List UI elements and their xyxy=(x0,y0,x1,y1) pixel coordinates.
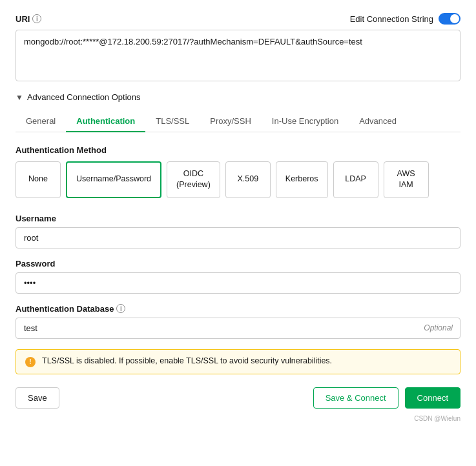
connect-button[interactable]: Connect xyxy=(405,387,460,409)
warning-icon: ! xyxy=(25,357,36,367)
auth-method-aws-iam[interactable]: AWSIAM xyxy=(384,161,429,198)
auth-method-oidc[interactable]: OIDC(Preview) xyxy=(167,161,220,198)
auth-database-input[interactable] xyxy=(16,318,460,339)
uri-label: URI i xyxy=(16,14,41,24)
password-input[interactable] xyxy=(16,272,460,294)
auth-method-kerberos[interactable]: Kerberos xyxy=(276,161,328,198)
save-connect-button[interactable]: Save & Connect xyxy=(313,387,398,409)
tab-tls-ssl[interactable]: TLS/SSL xyxy=(145,111,200,132)
password-group: Password xyxy=(16,259,460,294)
watermark: CSDN @Wielun xyxy=(16,415,460,422)
footer: Save Save & Connect Connect xyxy=(16,387,460,409)
edit-connection-string-switch[interactable] xyxy=(439,13,460,25)
auth-method-username-password[interactable]: Username/Password xyxy=(66,161,161,198)
uri-info-icon[interactable]: i xyxy=(32,14,41,23)
tab-authentication[interactable]: Authentication xyxy=(66,111,145,132)
advanced-options-toggle[interactable]: ▼ Advanced Connection Options xyxy=(16,92,460,102)
edit-connection-string-toggle[interactable]: Edit Connection String xyxy=(350,13,460,25)
auth-method-label: Authentication Method xyxy=(16,145,460,155)
chevron-down-icon: ▼ xyxy=(16,93,23,102)
tab-general[interactable]: General xyxy=(16,111,66,132)
auth-database-group: Authentication Database i Optional xyxy=(16,304,460,339)
auth-method-ldap[interactable]: LDAP xyxy=(333,161,378,198)
username-input[interactable] xyxy=(16,227,460,248)
tls-warning-box: ! TLS/SSL is disabled. If possible, enab… xyxy=(16,349,460,374)
username-label: Username xyxy=(16,214,460,223)
uri-input[interactable]: mongodb://root:*****@172.18.200.59:27017… xyxy=(16,30,460,81)
connection-tabs: General Authentication TLS/SSL Proxy/SSH… xyxy=(16,111,460,132)
auth-database-info-icon[interactable]: i xyxy=(116,304,125,313)
auth-method-x509[interactable]: X.509 xyxy=(225,161,271,198)
password-label: Password xyxy=(16,259,460,268)
auth-method-none[interactable]: None xyxy=(16,161,61,198)
tab-proxy-ssh[interactable]: Proxy/SSH xyxy=(200,111,262,132)
tab-advanced[interactable]: Advanced xyxy=(349,111,407,132)
warning-text: TLS/SSL is disabled. If possible, enable… xyxy=(42,356,332,365)
save-button[interactable]: Save xyxy=(16,387,59,409)
tab-in-use-encryption[interactable]: In-Use Encryption xyxy=(262,111,349,132)
username-group: Username xyxy=(16,214,460,248)
auth-method-group: None Username/Password OIDC(Preview) X.5… xyxy=(16,161,460,198)
footer-right-buttons: Save & Connect Connect xyxy=(313,387,460,409)
auth-database-label: Authentication Database i xyxy=(16,304,460,314)
